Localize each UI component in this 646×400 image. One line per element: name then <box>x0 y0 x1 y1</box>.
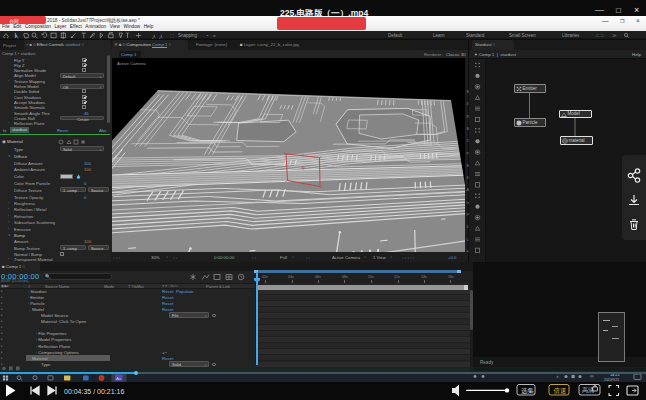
svg-text:中: 中 <box>590 374 594 379</box>
svg-text:Small Screen: Small Screen <box>509 33 536 38</box>
svg-text:Ae: Ae <box>116 376 122 381</box>
svg-text:⊏⊐: ⊏⊐ <box>596 33 604 38</box>
svg-text:倍速: 倍速 <box>554 387 567 395</box>
svg-text:人: 人 <box>152 33 157 38</box>
svg-text:≫: ≫ <box>612 33 617 38</box>
svg-text:Snapping: Snapping <box>178 33 198 38</box>
svg-text:2020/9/25: 2020/9/25 <box>604 378 619 382</box>
svg-text:Libraries: Libraries <box>562 33 580 38</box>
svg-text:00:04:35 / 00:21:16: 00:04:35 / 00:21:16 <box>64 388 124 395</box>
svg-text:Default: Default <box>388 33 403 38</box>
svg-text:人: 人 <box>159 33 164 38</box>
svg-text:⬚: ⬚ <box>170 33 174 38</box>
svg-text:选集: 选集 <box>521 387 535 395</box>
svg-text:⌗: ⌗ <box>213 33 216 38</box>
svg-text:∧: ∧ <box>556 374 559 379</box>
svg-text:Learn: Learn <box>433 33 445 38</box>
svg-text:⌁: ⌁ <box>206 33 209 38</box>
svg-text:Standard: Standard <box>466 33 485 38</box>
